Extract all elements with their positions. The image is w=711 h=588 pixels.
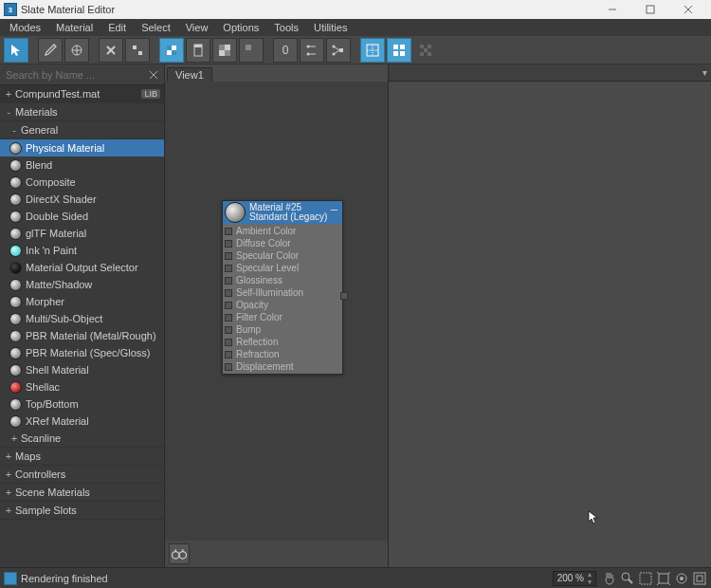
material-item[interactable]: glTF Material [0, 225, 164, 242]
grid-snap-button[interactable] [360, 38, 385, 63]
zoom-extents-icon[interactable] [656, 571, 671, 586]
material-item[interactable]: PBR Material (Metal/Rough) [0, 327, 164, 344]
node-slot[interactable]: Glossiness [223, 274, 342, 286]
material-item[interactable]: PBR Material (Spec/Gloss) [0, 344, 164, 361]
tree-controllers[interactable]: +Controllers [0, 466, 164, 484]
tree-sample-slots[interactable]: +Sample Slots [0, 502, 164, 520]
svg-point-27 [333, 45, 336, 47]
node-slot[interactable]: Self-Illumination [223, 286, 342, 299]
menu-material[interactable]: Material [48, 21, 100, 34]
material-item[interactable]: Matte/Shadow [0, 276, 164, 293]
select-tool[interactable] [4, 38, 28, 63]
zoom-region-icon[interactable] [638, 571, 653, 586]
auto-arrange-button[interactable] [387, 38, 411, 63]
node-slot[interactable]: Displacement [223, 360, 342, 373]
input-pin-icon[interactable] [225, 289, 232, 297]
material-item[interactable]: DirectX Shader [0, 191, 164, 208]
zoom-field[interactable]: 200 % ▴▾ [553, 571, 596, 586]
search-input[interactable] [4, 67, 147, 83]
node-slot[interactable]: Refraction [223, 348, 342, 360]
parameter-dropdown-icon[interactable]: ▾ [702, 67, 707, 78]
slot-label: Self-Illumination [236, 287, 303, 298]
node-slot[interactable]: Opacity [223, 299, 342, 311]
node-slot[interactable]: Specular Color [223, 249, 342, 262]
input-pin-icon[interactable] [225, 240, 232, 248]
node-slot[interactable]: Bump [223, 323, 342, 336]
menu-modes[interactable]: Modes [2, 21, 48, 34]
options-button[interactable] [300, 38, 324, 63]
node-slot[interactable]: Ambient Color [223, 225, 342, 237]
material-item[interactable]: Double Sided [0, 208, 164, 225]
close-button[interactable] [669, 1, 707, 18]
eyedropper-tool[interactable] [38, 38, 63, 63]
frame-all-icon[interactable] [692, 571, 707, 586]
show-end-result-button[interactable] [186, 38, 210, 63]
input-pin-icon[interactable] [225, 326, 232, 334]
tree-general[interactable]: - General [0, 121, 164, 139]
input-pin-icon[interactable] [225, 228, 232, 235]
node-header[interactable]: Material #25 Standard (Legacy) – [223, 201, 342, 224]
tree-scanline[interactable]: +Scanline [0, 430, 164, 448]
slot-label: Refraction [236, 349, 280, 359]
material-item[interactable]: Morpher [0, 293, 164, 310]
backlight-button[interactable] [239, 38, 264, 63]
node-slot[interactable]: Reflection [223, 336, 342, 348]
menu-edit[interactable]: Edit [100, 21, 134, 34]
show-map-button[interactable] [159, 38, 184, 63]
minimize-button[interactable] [593, 1, 631, 18]
pan-icon[interactable] [602, 571, 617, 586]
node-collapse-icon[interactable]: – [328, 202, 340, 216]
input-pin-icon[interactable] [225, 252, 232, 260]
layout-all-button[interactable] [326, 38, 351, 63]
material-item[interactable]: Material Output Selector [0, 259, 164, 276]
material-item[interactable]: Blend [0, 156, 164, 174]
search-clear-icon[interactable] [147, 68, 160, 82]
move-children-button[interactable] [125, 38, 150, 63]
material-item[interactable]: Shellac [0, 378, 164, 395]
search-row [0, 64, 164, 85]
menu-select[interactable]: Select [134, 21, 178, 34]
assign-material-button[interactable] [64, 38, 89, 63]
input-pin-icon[interactable] [225, 339, 232, 346]
material-item-physical[interactable]: Physical Material [0, 139, 164, 156]
tree-materials[interactable]: - Materials [0, 103, 164, 121]
view-tab[interactable]: View1 [167, 67, 212, 82]
menu-utilities[interactable]: Utilities [306, 21, 355, 34]
navigator-button[interactable] [169, 543, 190, 564]
material-item[interactable]: Shell Material [0, 361, 164, 378]
svg-rect-19 [246, 45, 251, 50]
input-pin-icon[interactable] [225, 277, 232, 285]
zoom-icon[interactable] [620, 571, 635, 586]
input-pin-icon[interactable] [225, 265, 232, 272]
tree-scene-materials[interactable]: +Scene Materials [0, 484, 164, 502]
delete-button[interactable] [99, 38, 123, 63]
collapse-icon: - [4, 106, 13, 118]
maximize-button[interactable] [631, 1, 669, 18]
background-button[interactable] [212, 38, 237, 63]
zoom-selected-icon[interactable] [674, 571, 689, 586]
checker-display-button[interactable] [413, 38, 438, 63]
menu-view[interactable]: View [178, 21, 216, 34]
input-pin-icon[interactable] [225, 351, 232, 358]
input-pin-icon[interactable] [225, 302, 232, 309]
zoom-spinner-icon[interactable]: ▴▾ [588, 571, 592, 586]
node-slot[interactable]: Filter Color [223, 311, 342, 323]
material-item[interactable]: Ink 'n Paint [0, 242, 164, 259]
input-pin-icon[interactable] [225, 314, 232, 322]
material-item[interactable]: Multi/Sub-Object [0, 310, 164, 327]
tree-compound-file[interactable]: + CompundTest.mat LIB [0, 85, 164, 103]
menu-options[interactable]: Options [215, 21, 266, 34]
node-slot[interactable]: Specular Level [223, 262, 342, 274]
material-item[interactable]: XRef Material [0, 413, 164, 430]
output-pin-icon[interactable] [340, 292, 348, 300]
tree-maps[interactable]: +Maps [0, 448, 164, 466]
material-item[interactable]: Composite [0, 174, 164, 191]
node-slot[interactable]: Diffuse Color [223, 237, 342, 249]
input-pin-icon[interactable] [225, 363, 232, 371]
menu-tools[interactable]: Tools [266, 21, 306, 34]
material-node[interactable]: Material #25 Standard (Legacy) – Ambient… [222, 200, 343, 375]
preview-count[interactable]: 0 [273, 38, 298, 63]
material-item[interactable]: Top/Bottom [0, 395, 164, 413]
svg-point-28 [333, 52, 336, 55]
node-canvas[interactable]: Material #25 Standard (Legacy) – Ambient… [165, 82, 388, 541]
